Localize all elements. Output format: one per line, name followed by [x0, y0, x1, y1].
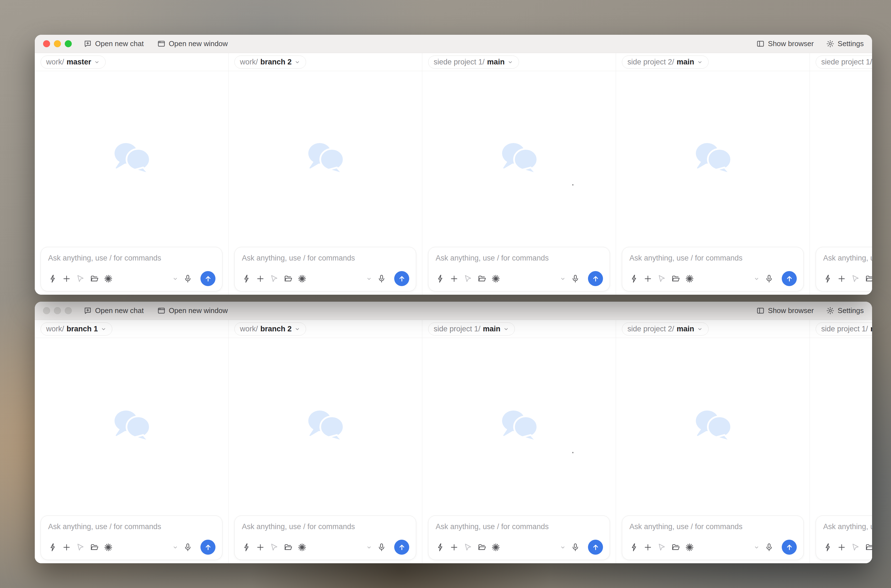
branch-selector[interactable]: siede project 1/ main: [428, 56, 519, 69]
open-folder-icon[interactable]: [865, 543, 872, 552]
send-button[interactable]: [394, 540, 409, 555]
chat-input[interactable]: [48, 254, 215, 271]
send-button[interactable]: [200, 540, 215, 555]
microphone-icon[interactable]: [377, 274, 386, 283]
zoom-button[interactable]: [65, 40, 72, 47]
microphone-icon[interactable]: [765, 274, 774, 283]
flash-icon[interactable]: [823, 274, 832, 283]
chat-input[interactable]: [242, 522, 409, 540]
open-folder-icon[interactable]: [284, 274, 293, 283]
add-icon[interactable]: [450, 543, 459, 552]
branch-selector[interactable]: work/ branch 1: [41, 322, 112, 336]
cursor-icon[interactable]: [851, 543, 860, 552]
microphone-icon[interactable]: [183, 543, 193, 552]
cursor-icon[interactable]: [269, 543, 279, 552]
flash-icon[interactable]: [242, 543, 251, 552]
spark-icon[interactable]: [491, 274, 500, 283]
cursor-icon[interactable]: [851, 274, 860, 283]
close-button[interactable]: [43, 40, 50, 47]
branch-selector[interactable]: side project 1/ main: [428, 322, 515, 336]
open-folder-icon[interactable]: [284, 543, 293, 552]
flash-icon[interactable]: [436, 274, 445, 283]
microphone-icon[interactable]: [377, 543, 386, 552]
microphone-icon[interactable]: [571, 274, 580, 283]
cursor-icon[interactable]: [657, 274, 667, 283]
close-button[interactable]: [43, 307, 50, 314]
spark-icon[interactable]: [104, 543, 113, 552]
microphone-icon[interactable]: [183, 274, 193, 283]
cursor-icon[interactable]: [464, 274, 473, 283]
send-button[interactable]: [394, 271, 409, 286]
chat-input[interactable]: [436, 522, 603, 540]
chat-input[interactable]: [242, 254, 409, 271]
branch-selector[interactable]: side project 2/ main: [622, 322, 709, 336]
model-chevron-icon[interactable]: [172, 544, 179, 550]
zoom-button[interactable]: [65, 307, 72, 314]
show-browser-button[interactable]: Show browser: [756, 39, 814, 48]
add-icon[interactable]: [62, 274, 71, 283]
flash-icon[interactable]: [823, 543, 832, 552]
add-icon[interactable]: [643, 543, 652, 552]
open-new-chat-button[interactable]: Open new chat: [83, 39, 144, 48]
branch-selector[interactable]: work/ branch 2: [234, 322, 306, 336]
flash-icon[interactable]: [48, 274, 57, 283]
settings-button[interactable]: Settings: [826, 39, 864, 48]
model-chevron-icon[interactable]: [560, 276, 566, 282]
spark-icon[interactable]: [104, 274, 113, 283]
branch-selector[interactable]: side project 2/ main: [622, 56, 709, 69]
minimize-button[interactable]: [54, 307, 61, 314]
open-new-chat-button[interactable]: Open new chat: [83, 306, 144, 315]
model-chevron-icon[interactable]: [366, 544, 372, 550]
model-chevron-icon[interactable]: [172, 276, 179, 282]
branch-selector[interactable]: side project 1/ main: [816, 322, 872, 336]
spark-icon[interactable]: [491, 543, 500, 552]
send-button[interactable]: [588, 271, 603, 286]
chat-input[interactable]: [436, 254, 603, 271]
chat-input[interactable]: [629, 254, 797, 271]
microphone-icon[interactable]: [765, 543, 774, 552]
flash-icon[interactable]: [242, 274, 251, 283]
open-folder-icon[interactable]: [90, 274, 99, 283]
open-folder-icon[interactable]: [671, 543, 680, 552]
open-new-window-button[interactable]: Open new window: [157, 39, 228, 48]
add-icon[interactable]: [256, 274, 265, 283]
spark-icon[interactable]: [685, 543, 694, 552]
cursor-icon[interactable]: [76, 543, 85, 552]
microphone-icon[interactable]: [571, 543, 580, 552]
flash-icon[interactable]: [436, 543, 445, 552]
open-folder-icon[interactable]: [865, 274, 872, 283]
chat-input[interactable]: [823, 254, 872, 271]
open-folder-icon[interactable]: [477, 543, 486, 552]
send-button[interactable]: [782, 540, 797, 555]
send-button[interactable]: [782, 271, 797, 286]
cursor-icon[interactable]: [464, 543, 473, 552]
model-chevron-icon[interactable]: [753, 544, 760, 550]
branch-selector[interactable]: work/ branch 2: [234, 56, 306, 69]
chat-input[interactable]: [48, 522, 215, 540]
open-folder-icon[interactable]: [477, 274, 486, 283]
open-folder-icon[interactable]: [671, 274, 680, 283]
open-folder-icon[interactable]: [90, 543, 99, 552]
model-chevron-icon[interactable]: [560, 544, 566, 550]
flash-icon[interactable]: [629, 543, 638, 552]
add-icon[interactable]: [256, 543, 265, 552]
branch-selector[interactable]: work/ master: [41, 56, 105, 69]
model-chevron-icon[interactable]: [753, 276, 760, 282]
add-icon[interactable]: [837, 274, 846, 283]
cursor-icon[interactable]: [657, 543, 667, 552]
add-icon[interactable]: [62, 543, 71, 552]
minimize-button[interactable]: [54, 40, 61, 47]
branch-selector[interactable]: siede project 1/ main: [816, 56, 872, 69]
open-new-window-button[interactable]: Open new window: [157, 306, 228, 315]
send-button[interactable]: [588, 540, 603, 555]
spark-icon[interactable]: [298, 274, 307, 283]
spark-icon[interactable]: [685, 274, 694, 283]
add-icon[interactable]: [837, 543, 846, 552]
cursor-icon[interactable]: [269, 274, 279, 283]
model-chevron-icon[interactable]: [366, 276, 372, 282]
chat-input[interactable]: [629, 522, 797, 540]
spark-icon[interactable]: [298, 543, 307, 552]
chat-input[interactable]: [823, 522, 872, 540]
cursor-icon[interactable]: [76, 274, 85, 283]
add-icon[interactable]: [643, 274, 652, 283]
